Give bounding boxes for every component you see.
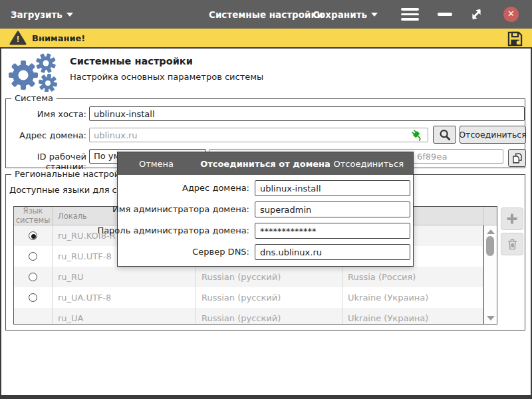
dialog-field-row: Пароль администратора домена: [118, 223, 413, 239]
domain-label: Адрес домена: [3, 130, 86, 140]
add-locale-button[interactable] [501, 207, 523, 230]
minimize-icon[interactable] [438, 13, 452, 16]
table-scrollbar[interactable] [483, 225, 497, 324]
locale-radio[interactable] [29, 273, 37, 281]
menu-icon[interactable] [401, 8, 419, 21]
system-legend: Система [11, 93, 57, 103]
trash-icon [506, 238, 519, 251]
disconnect-button[interactable]: Отсоединиться [460, 126, 526, 144]
dialog-field-label: Сервер DNS: [192, 247, 249, 257]
dialog-field-row: Имя администратора домена: [118, 201, 413, 217]
dialog-header: Отмена Отсоединиться от домена Отсоедини… [118, 152, 413, 175]
dialog-field-row: Сервер DNS: [118, 244, 413, 260]
copy-id-button[interactable] [508, 149, 526, 167]
language-cell: Russian (русский) [196, 308, 342, 325]
language-cell: Russian (русский) [196, 287, 342, 308]
scroll-down-icon[interactable] [487, 316, 495, 321]
table-row: ru_UARussian (русский)Ukraine (Украина) [14, 308, 497, 325]
page-title: Системные настройки [70, 56, 193, 66]
language-select-cell [14, 225, 53, 246]
scrollbar-thumb[interactable] [486, 236, 494, 256]
table-row: ru_RURussian (русский)Russia (Россия) [14, 267, 497, 287]
copy-icon [511, 152, 523, 164]
gears-icon [5, 53, 64, 92]
dialog-field-row: Адрес домена: [118, 180, 413, 196]
dialog-field-input[interactable] [255, 180, 410, 196]
dialog-field-input[interactable] [255, 244, 410, 260]
locale-radio[interactable] [29, 252, 37, 261]
column-header-language: Язык системы [14, 207, 53, 225]
save-menu-label: Сохранить [313, 9, 367, 20]
close-icon[interactable]: ✕ [503, 7, 519, 22]
locale-radio[interactable] [29, 293, 37, 302]
warning-icon: ! [9, 31, 27, 45]
delete-locale-button[interactable] [501, 233, 523, 255]
language-select-cell [14, 246, 53, 267]
regional-legend: Региональные настройки [11, 169, 134, 179]
save-floppy-icon[interactable] [506, 30, 524, 48]
dialog-body: Адрес домена:Имя администратора домена:П… [118, 175, 413, 266]
titlebar: Загрузить Системные настройки Сохранить … [0, 0, 532, 29]
maximize-icon[interactable] [469, 7, 484, 22]
hostname-input[interactable] [89, 106, 525, 121]
locale-cell: ru_UA.UTF-8 [53, 287, 196, 308]
locale-cell: ru_RU [53, 267, 196, 287]
language-select-cell [14, 287, 53, 308]
search-domain-button[interactable] [433, 126, 456, 144]
window-title: Системные настройки [0, 9, 532, 20]
domain-input[interactable] [89, 128, 428, 142]
country-cell: Russia (Россия) [342, 267, 483, 287]
add-icon [505, 212, 519, 225]
language-select-cell [14, 267, 53, 287]
dialog-field-label: Имя администратора домена: [112, 204, 249, 214]
warning-bar: ! Внимание! [0, 29, 532, 49]
hostname-label: Имя хоста: [3, 109, 86, 119]
dialog-field-label: Пароль администратора домена: [97, 225, 249, 235]
locale-cell: ru_UA [53, 308, 196, 325]
locale-radio[interactable] [29, 231, 37, 240]
system-settings-window: Загрузить Системные настройки Сохранить … [0, 0, 532, 399]
language-select-cell [14, 308, 53, 325]
dialog-confirm-button[interactable]: Отсоединиться [334, 159, 404, 169]
table-row: ru_UA.UTF-8Russian (русский)Ukraine (Укр… [14, 287, 497, 308]
scroll-up-icon[interactable] [487, 229, 495, 234]
plug-connected-icon [410, 128, 424, 142]
chevron-down-icon [371, 13, 378, 17]
language-cell: Russian (русский) [196, 267, 342, 287]
dialog-field-label: Адрес домена: [182, 183, 249, 193]
disconnect-dialog: Отмена Отсоединиться от домена Отсоедини… [117, 152, 414, 267]
dialog-field-input[interactable] [255, 201, 410, 217]
save-menu-button[interactable]: Сохранить [313, 9, 378, 20]
svg-text:!: ! [16, 35, 19, 44]
page-subtitle: Настройка основных параметров системы [70, 72, 263, 82]
warning-text: Внимание! [32, 33, 85, 43]
search-icon [438, 128, 452, 142]
country-cell: Ukraine (Украина) [342, 287, 483, 308]
dialog-field-input[interactable] [255, 223, 410, 239]
country-cell: Ukraine (Украина) [342, 308, 483, 325]
